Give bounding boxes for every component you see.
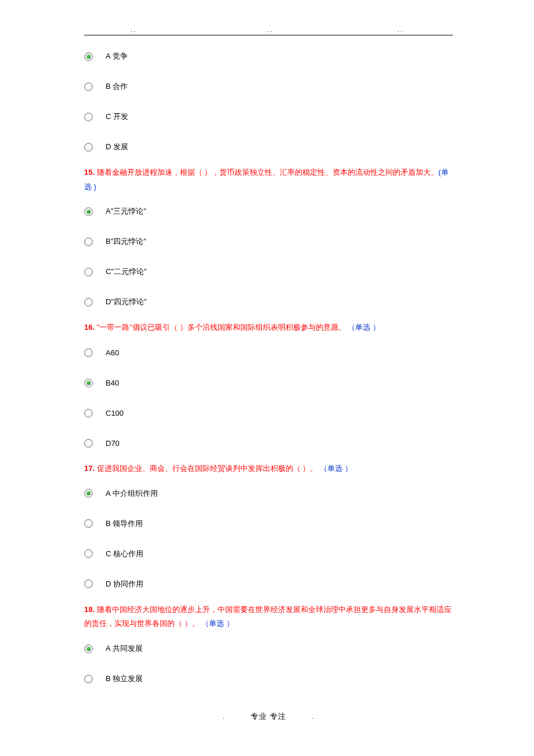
- option-row[interactable]: A 竞争: [84, 41, 453, 71]
- question-number: 16.: [84, 323, 97, 332]
- dot-group-3: . .: [398, 27, 402, 33]
- option-label: A 中介组织作用: [106, 488, 158, 499]
- radio-button[interactable]: [84, 207, 93, 216]
- option-row[interactable]: C"二元悖论": [84, 257, 453, 287]
- option-row[interactable]: D 发展: [84, 132, 453, 162]
- radio-button[interactable]: [84, 645, 93, 653]
- option-label: A60: [106, 348, 119, 357]
- option-row[interactable]: C 核心作用: [84, 539, 453, 569]
- question-block: 18. 随着中国经济大国地位的逐步上升，中国需要在世界经济发展和全球治理中承担更…: [84, 603, 453, 694]
- option-label: D 发展: [106, 142, 128, 152]
- footer-dot-right: .: [312, 714, 314, 720]
- radio-button[interactable]: [84, 113, 93, 121]
- option-row[interactable]: C100: [84, 398, 453, 428]
- radio-button[interactable]: [84, 237, 93, 246]
- radio-button[interactable]: [84, 519, 93, 528]
- radio-button[interactable]: [84, 348, 93, 357]
- option-label: B"四元悖论": [106, 236, 146, 247]
- footer-text: 专业 专注: [251, 712, 286, 721]
- option-row[interactable]: B40: [84, 368, 453, 398]
- question-block: A 竞争B 合作C 开发D 发展: [84, 41, 453, 162]
- radio-button[interactable]: [84, 268, 93, 276]
- option-row[interactable]: B 独立发展: [84, 664, 453, 694]
- option-label: B 合作: [106, 81, 128, 92]
- option-label: B 独立发展: [106, 674, 143, 684]
- question-number: 15.: [84, 168, 97, 177]
- question-text: 16. "一带一路"倡议已吸引（ ）多个沿线国家和国际组织表明积极参与的意愿。 …: [84, 321, 453, 335]
- option-label: B40: [106, 379, 119, 387]
- radio-button[interactable]: [84, 379, 93, 387]
- question-type-tag: （单选 ）: [348, 323, 380, 332]
- radio-button[interactable]: [84, 82, 93, 91]
- option-label: C 开发: [106, 111, 128, 122]
- radio-button[interactable]: [84, 579, 93, 588]
- option-row[interactable]: A 共同发展: [84, 633, 453, 664]
- option-row[interactable]: D 协同作用: [84, 569, 453, 599]
- dot-group-2: . .: [267, 27, 272, 33]
- question-block: 17. 促进我国企业、商会、行会在国际经贸谈判中发挥出积极的（ ）。 （单选 ）…: [84, 462, 453, 599]
- questions-container: A 竞争B 合作C 开发D 发展15. 随着金融开放进程加速，根据（ ），货币政…: [84, 41, 453, 694]
- dot-group-1: . .: [131, 27, 135, 33]
- radio-button[interactable]: [84, 549, 93, 558]
- footer-dot-left: .: [223, 714, 225, 720]
- option-row[interactable]: B 合作: [84, 71, 453, 102]
- question-text: 17. 促进我国企业、商会、行会在国际经贸谈判中发挥出积极的（ ）。 （单选 ）: [84, 462, 453, 476]
- radio-button[interactable]: [84, 489, 93, 498]
- option-row[interactable]: B 领导作用: [84, 509, 453, 539]
- question-block: 15. 随着金融开放进程加速，根据（ ），货币政策独立性、汇率的稳定性、资本的流…: [84, 165, 453, 317]
- question-body: 随着金融开放进程加速，根据（ ），货币政策独立性、汇率的稳定性、资本的流动性之间…: [97, 168, 439, 177]
- question-body: 随着中国经济大国地位的逐步上升，中国需要在世界经济发展和全球治理中承担更多与自身…: [84, 605, 452, 628]
- radio-button[interactable]: [84, 439, 93, 448]
- option-label: C 核心作用: [106, 549, 143, 559]
- document-page: . . . . . . A 竞争B 合作C 开发D 发展15. 随着金融开放进程…: [0, 0, 534, 745]
- option-label: B 领导作用: [106, 519, 143, 529]
- option-row[interactable]: A 中介组织作用: [84, 478, 453, 509]
- option-label: D 协同作用: [106, 579, 143, 589]
- option-label: A 竞争: [106, 51, 128, 62]
- radio-button[interactable]: [84, 52, 93, 61]
- option-label: C100: [106, 409, 124, 417]
- option-row[interactable]: D"四元悖论": [84, 287, 453, 317]
- question-number: 17.: [84, 464, 97, 473]
- radio-button[interactable]: [84, 675, 93, 683]
- question-number: 18.: [84, 605, 97, 614]
- radio-button[interactable]: [84, 298, 93, 307]
- option-row[interactable]: B"四元悖论": [84, 226, 453, 257]
- question-text: 15. 随着金融开放进程加速，根据（ ），货币政策独立性、汇率的稳定性、资本的流…: [84, 165, 453, 194]
- option-row[interactable]: A"三元悖论": [84, 196, 453, 226]
- question-body: 促进我国企业、商会、行会在国际经贸谈判中发挥出积极的（ ）。: [97, 464, 320, 473]
- question-text: 18. 随着中国经济大国地位的逐步上升，中国需要在世界经济发展和全球治理中承担更…: [84, 603, 453, 631]
- question-type-tag: （单选 ）: [201, 619, 234, 628]
- option-label: A"三元悖论": [106, 206, 146, 217]
- option-label: C"二元悖论": [106, 267, 147, 277]
- radio-button[interactable]: [84, 143, 93, 152]
- question-block: 16. "一带一路"倡议已吸引（ ）多个沿线国家和国际组织表明积极参与的意愿。 …: [84, 321, 453, 458]
- option-row[interactable]: A60: [84, 337, 453, 368]
- option-label: A 共同发展: [106, 643, 143, 654]
- question-body: "一带一路"倡议已吸引（ ）多个沿线国家和国际组织表明积极参与的意愿。: [97, 323, 348, 332]
- question-type-tag: （单选 ）: [320, 464, 352, 473]
- header-rule: . . . . . .: [84, 35, 453, 35]
- option-label: D"四元悖论": [106, 297, 147, 307]
- radio-button[interactable]: [84, 409, 93, 417]
- option-label: D70: [106, 439, 120, 448]
- option-row[interactable]: C 开发: [84, 102, 453, 132]
- option-row[interactable]: D70: [84, 428, 453, 458]
- page-footer: . 专业 专注 .: [84, 711, 453, 722]
